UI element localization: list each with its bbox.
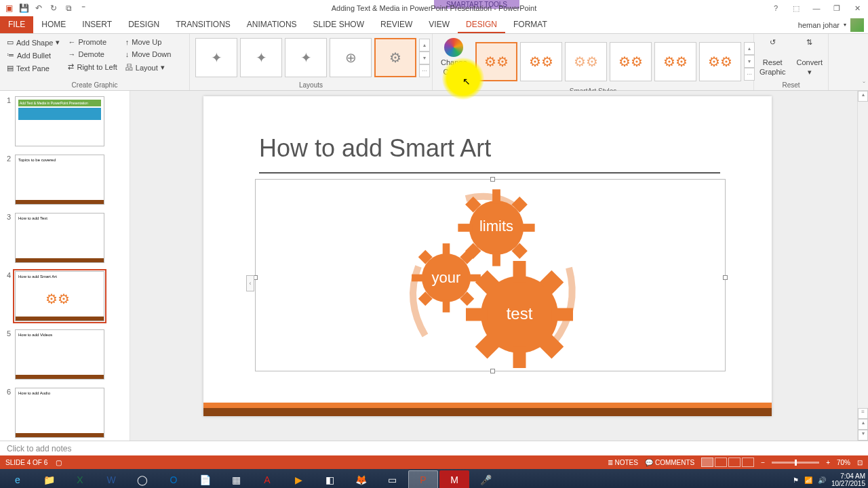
app-icon-3[interactable]: ▭ [377, 470, 407, 488]
normal-view-icon[interactable] [701, 458, 713, 467]
sorter-view-icon[interactable] [715, 458, 727, 467]
layout-option-2[interactable]: ✦ [240, 38, 282, 77]
slideshow-view-icon[interactable] [742, 458, 754, 467]
layout-option-3[interactable]: ✦ [285, 38, 327, 77]
gear-3[interactable]: test [466, 261, 573, 368]
zoom-slider[interactable] [772, 462, 819, 464]
firefox-icon[interactable]: 🦊 [346, 470, 376, 488]
style-option-6[interactable]: ⚙⚙ [699, 42, 741, 81]
zoom-level[interactable]: 70% [837, 459, 850, 466]
thumbnail-1[interactable]: Add Text & Media in PowerPoint Presentat… [15, 96, 104, 146]
style-option-3[interactable]: ⚙⚙ [565, 42, 607, 81]
text-pane-toggle[interactable]: ‹ [246, 275, 254, 291]
thumbnail-2[interactable]: Topics to be covered [15, 155, 104, 205]
thumbnail-row[interactable]: 2 Topics to be covered [0, 153, 130, 211]
tab-design[interactable]: DESIGN [120, 16, 167, 33]
powerpoint-icon[interactable]: ▣ [3, 2, 15, 14]
notepad-icon[interactable]: 📄 [190, 470, 220, 488]
thumbnail-row[interactable]: 4 How to add Smart Art ⚙⚙ [0, 270, 130, 328]
save-icon[interactable]: 💾 [18, 2, 30, 14]
slide-canvas[interactable]: How to add Smart Art ‹ limits [203, 96, 772, 416]
tab-smartart-format[interactable]: FORMAT [505, 16, 555, 33]
thumbnail-row[interactable]: 5 How to add Videos [0, 328, 130, 386]
thumbnail-3[interactable]: How to add Text [15, 213, 104, 263]
tab-slide-show[interactable]: SLIDE SHOW [305, 16, 372, 33]
tray-flag-icon[interactable]: ⚑ [793, 476, 799, 484]
restore-icon[interactable]: ❐ [830, 1, 844, 15]
chrome-icon[interactable]: ◯ [127, 470, 157, 488]
app-icon-4[interactable]: 🎤 [471, 470, 500, 488]
help-icon[interactable]: ? [769, 1, 783, 15]
minimize-icon[interactable]: — [810, 1, 823, 15]
thumbnail-row[interactable]: 6 How to add Audio [0, 386, 130, 441]
styles-gallery-scroll[interactable]: ▴▾⋯ [744, 42, 755, 81]
powerpoint-taskbar-icon[interactable]: P [408, 470, 438, 488]
app-icon-1[interactable]: ▦ [221, 470, 251, 488]
editor-vertical-scrollbar[interactable]: ▴ ≡▴▾ [857, 91, 868, 441]
qat-customize-icon[interactable]: ⁼ [77, 2, 90, 14]
notes-button[interactable]: ≣ NOTES [608, 459, 638, 466]
word-icon[interactable]: W [96, 470, 126, 488]
redo-icon[interactable]: ↻ [47, 2, 60, 14]
tab-home[interactable]: HOME [33, 16, 74, 33]
zoom-out-icon[interactable]: − [761, 459, 765, 466]
notes-pane[interactable]: Click to add notes [0, 441, 868, 455]
style-option-5[interactable]: ⚙⚙ [654, 42, 696, 81]
collapse-ribbon-icon[interactable]: ˇ [863, 81, 865, 89]
change-colors-button[interactable]: Change Colors ▾ [437, 37, 471, 86]
layouts-gallery-scroll[interactable]: ▴▾⋯ [419, 39, 430, 77]
start-from-beginning-icon[interactable]: ⧉ [62, 2, 75, 14]
layout-button[interactable]: 品 Layout ▾ [123, 61, 174, 74]
reset-graphic-button[interactable]: ↺ Reset Graphic [755, 37, 790, 77]
zoom-in-icon[interactable]: + [826, 459, 830, 466]
thumbnail-4[interactable]: How to add Smart Art ⚙⚙ [15, 271, 104, 321]
app-icon-2[interactable]: ◧ [315, 470, 344, 488]
close-icon[interactable]: ✕ [850, 1, 864, 15]
tab-smartart-design[interactable]: DESIGN [458, 16, 505, 33]
move-up-button[interactable]: ↑ Move Up [123, 37, 174, 47]
tab-animations[interactable]: ANIMATIONS [239, 16, 305, 33]
adobe-reader-icon[interactable]: A [252, 470, 282, 488]
thumbnail-5[interactable]: How to add Videos [15, 329, 104, 380]
explorer-icon[interactable]: 📁 [34, 470, 64, 488]
tray-network-icon[interactable]: 📶 [804, 476, 812, 484]
tab-view[interactable]: VIEW [420, 16, 458, 33]
tab-transitions[interactable]: TRANSITIONS [167, 16, 239, 33]
add-shape-button[interactable]: ▭ Add Shape ▾ [4, 37, 62, 48]
layout-option-5[interactable]: ⚙ [374, 38, 416, 77]
slide-editor[interactable]: How to add Smart Art ‹ limits [130, 91, 868, 441]
system-clock[interactable]: 7:04 AM 10/27/2015 [831, 472, 865, 487]
promote-button[interactable]: ← Promote [65, 37, 119, 47]
style-option-4[interactable]: ⚙⚙ [610, 42, 652, 81]
right-to-left-button[interactable]: ⇄ Right to Left [65, 61, 119, 73]
style-option-1[interactable]: ⚙⚙ [475, 42, 517, 81]
thumbnail-row[interactable]: 1 Add Text & Media in PowerPoint Present… [0, 95, 130, 153]
ie-icon[interactable]: e [3, 470, 33, 488]
smartart-frame[interactable]: ‹ limits your test [255, 179, 726, 371]
move-down-button[interactable]: ↓ Move Down [123, 49, 174, 60]
ribbon-display-icon[interactable]: ⬚ [789, 1, 803, 15]
text-pane-button[interactable]: ▤ Text Pane [4, 62, 62, 74]
spell-check-icon[interactable]: ▢ [56, 459, 62, 466]
tab-review[interactable]: REVIEW [372, 16, 420, 33]
outlook-icon[interactable]: O [159, 470, 189, 488]
media-player-icon[interactable]: ▶ [283, 470, 313, 488]
convert-button[interactable]: ⇅ Convert ▾ [793, 37, 827, 78]
comments-button[interactable]: 💬 COMMENTS [645, 459, 694, 466]
layout-option-1[interactable]: ✦ [195, 38, 237, 77]
thumbnail-6[interactable]: How to add Audio [15, 388, 104, 438]
app-icon-m[interactable]: M [439, 470, 469, 488]
layout-option-4[interactable]: ⊕ [330, 38, 372, 77]
undo-icon[interactable]: ↶ [33, 2, 45, 14]
style-option-2[interactable]: ⚙⚙ [520, 42, 562, 81]
tab-insert[interactable]: INSERT [74, 16, 120, 33]
excel-icon[interactable]: X [65, 470, 95, 488]
fit-to-window-icon[interactable]: ⊡ [857, 459, 863, 466]
tray-volume-icon[interactable]: 🔊 [818, 476, 826, 484]
reading-view-icon[interactable] [728, 458, 741, 467]
user-account[interactable]: heman johar▾ [798, 16, 868, 33]
thumbnail-row[interactable]: 3 How to add Text [0, 211, 130, 270]
tab-file[interactable]: FILE [0, 16, 33, 33]
slide-thumbnails-panel[interactable]: 1 Add Text & Media in PowerPoint Present… [0, 91, 130, 441]
demote-button[interactable]: → Demote [65, 49, 119, 60]
